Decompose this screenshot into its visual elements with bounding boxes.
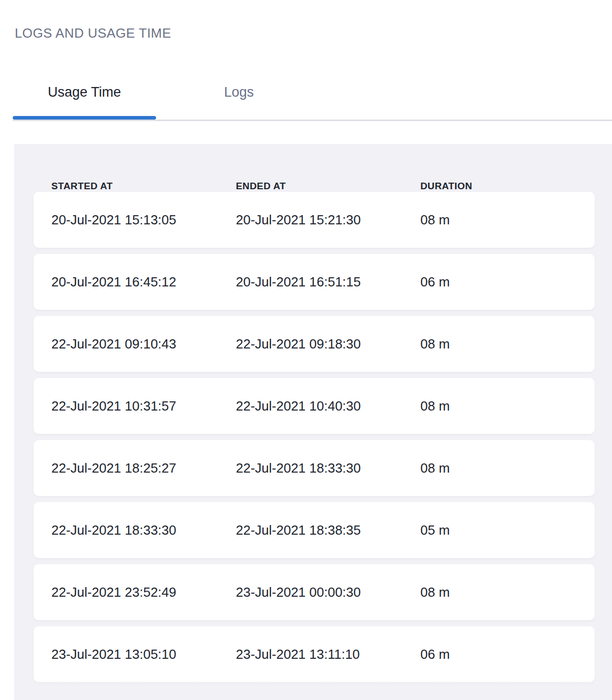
duration-cell: 05 m [420, 522, 595, 538]
started-at-cell: 22-Jul-2021 18:25:27 [51, 460, 236, 476]
ended-at-cell: 22-Jul-2021 10:40:30 [236, 398, 420, 414]
table-row: 22-Jul-2021 18:25:27 22-Jul-2021 18:33:3… [34, 440, 595, 496]
duration-cell: 08 m [420, 336, 595, 352]
table-row: 20-Jul-2021 15:13:05 20-Jul-2021 15:21:3… [34, 192, 595, 248]
duration-cell: 08 m [420, 212, 595, 228]
started-at-cell: 23-Jul-2021 13:05:10 [51, 647, 236, 662]
table-row: 22-Jul-2021 09:10:43 22-Jul-2021 09:18:3… [34, 316, 595, 372]
started-at-cell: 20-Jul-2021 15:13:05 [51, 212, 236, 228]
column-header-duration: DURATION [420, 181, 595, 192]
started-at-cell: 22-Jul-2021 18:33:30 [51, 522, 236, 538]
column-header-ended-at: ENDED AT [236, 181, 420, 192]
ended-at-cell: 23-Jul-2021 13:11:10 [236, 647, 420, 662]
duration-cell: 08 m [420, 585, 595, 600]
started-at-cell: 20-Jul-2021 16:45:12 [51, 274, 236, 290]
active-tab-indicator [13, 116, 156, 120]
usage-time-panel: STARTED AT ENDED AT DURATION 20-Jul-2021… [14, 144, 612, 700]
duration-cell: 08 m [420, 460, 595, 476]
tab-usage-time[interactable]: Usage Time [13, 84, 156, 120]
started-at-cell: 22-Jul-2021 10:31:57 [51, 398, 236, 414]
table-row: 23-Jul-2021 13:05:10 23-Jul-2021 13:11:1… [34, 626, 595, 682]
table-row: 22-Jul-2021 18:33:30 22-Jul-2021 18:38:3… [34, 502, 595, 558]
ended-at-cell: 22-Jul-2021 18:38:35 [236, 522, 420, 538]
duration-cell: 06 m [420, 647, 595, 662]
ended-at-cell: 22-Jul-2021 09:18:30 [236, 336, 420, 352]
duration-cell: 08 m [420, 398, 595, 414]
started-at-cell: 22-Jul-2021 23:52:49 [51, 585, 236, 600]
started-at-cell: 22-Jul-2021 09:10:43 [51, 336, 236, 352]
column-header-started-at: STARTED AT [51, 181, 236, 192]
page-title: LOGS AND USAGE TIME [0, 0, 612, 41]
tab-bar: Usage Time Logs [13, 84, 612, 121]
duration-cell: 06 m [420, 274, 595, 290]
ended-at-cell: 22-Jul-2021 18:33:30 [236, 460, 420, 476]
table-row: 22-Jul-2021 23:52:49 23-Jul-2021 00:00:3… [34, 564, 595, 620]
table-row: 22-Jul-2021 10:31:57 22-Jul-2021 10:40:3… [34, 378, 595, 434]
table-header-row: STARTED AT ENDED AT DURATION [34, 144, 595, 192]
tab-logs[interactable]: Logs [156, 84, 322, 120]
ended-at-cell: 20-Jul-2021 16:51:15 [236, 274, 420, 290]
ended-at-cell: 23-Jul-2021 00:00:30 [236, 585, 420, 600]
table-row: 20-Jul-2021 16:45:12 20-Jul-2021 16:51:1… [34, 254, 595, 310]
ended-at-cell: 20-Jul-2021 15:21:30 [236, 212, 420, 228]
